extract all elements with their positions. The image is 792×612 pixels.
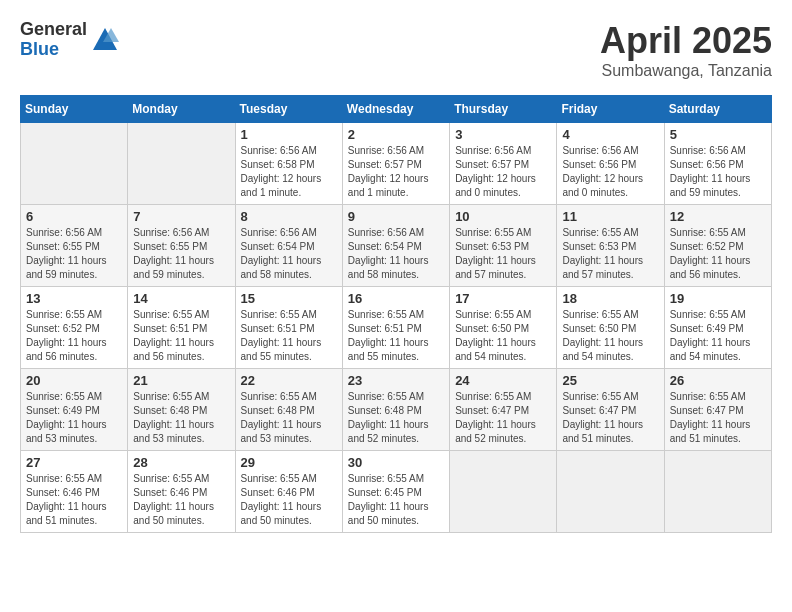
calendar-cell: 8Sunrise: 6:56 AMSunset: 6:54 PMDaylight… [235,205,342,287]
day-detail: Sunrise: 6:55 AMSunset: 6:47 PMDaylight:… [455,390,551,446]
column-header-saturday: Saturday [664,96,771,123]
calendar-cell: 16Sunrise: 6:55 AMSunset: 6:51 PMDayligh… [342,287,449,369]
column-header-wednesday: Wednesday [342,96,449,123]
calendar-cell [128,123,235,205]
day-detail: Sunrise: 6:56 AMSunset: 6:56 PMDaylight:… [562,144,658,200]
day-number: 24 [455,373,551,388]
day-number: 18 [562,291,658,306]
day-detail: Sunrise: 6:55 AMSunset: 6:48 PMDaylight:… [348,390,444,446]
day-detail: Sunrise: 6:55 AMSunset: 6:51 PMDaylight:… [133,308,229,364]
day-number: 7 [133,209,229,224]
calendar-cell: 4Sunrise: 6:56 AMSunset: 6:56 PMDaylight… [557,123,664,205]
day-number: 6 [26,209,122,224]
calendar-table: SundayMondayTuesdayWednesdayThursdayFrid… [20,95,772,533]
day-detail: Sunrise: 6:55 AMSunset: 6:46 PMDaylight:… [133,472,229,528]
logo-general: General [20,20,87,40]
day-number: 3 [455,127,551,142]
day-detail: Sunrise: 6:55 AMSunset: 6:47 PMDaylight:… [562,390,658,446]
day-detail: Sunrise: 6:56 AMSunset: 6:57 PMDaylight:… [455,144,551,200]
day-detail: Sunrise: 6:56 AMSunset: 6:58 PMDaylight:… [241,144,337,200]
day-number: 25 [562,373,658,388]
day-detail: Sunrise: 6:55 AMSunset: 6:53 PMDaylight:… [455,226,551,282]
calendar-cell: 18Sunrise: 6:55 AMSunset: 6:50 PMDayligh… [557,287,664,369]
calendar-cell: 27Sunrise: 6:55 AMSunset: 6:46 PMDayligh… [21,451,128,533]
day-detail: Sunrise: 6:56 AMSunset: 6:56 PMDaylight:… [670,144,766,200]
day-number: 4 [562,127,658,142]
day-detail: Sunrise: 6:56 AMSunset: 6:55 PMDaylight:… [26,226,122,282]
day-number: 8 [241,209,337,224]
day-detail: Sunrise: 6:55 AMSunset: 6:50 PMDaylight:… [562,308,658,364]
calendar-cell: 15Sunrise: 6:55 AMSunset: 6:51 PMDayligh… [235,287,342,369]
day-detail: Sunrise: 6:55 AMSunset: 6:46 PMDaylight:… [26,472,122,528]
day-number: 22 [241,373,337,388]
calendar-cell: 25Sunrise: 6:55 AMSunset: 6:47 PMDayligh… [557,369,664,451]
calendar-cell: 30Sunrise: 6:55 AMSunset: 6:45 PMDayligh… [342,451,449,533]
week-row-2: 6Sunrise: 6:56 AMSunset: 6:55 PMDaylight… [21,205,772,287]
day-number: 23 [348,373,444,388]
page-header: General Blue April 2025 Sumbawanga, Tanz… [20,20,772,80]
day-detail: Sunrise: 6:55 AMSunset: 6:53 PMDaylight:… [562,226,658,282]
calendar-cell: 21Sunrise: 6:55 AMSunset: 6:48 PMDayligh… [128,369,235,451]
calendar-cell: 11Sunrise: 6:55 AMSunset: 6:53 PMDayligh… [557,205,664,287]
day-number: 26 [670,373,766,388]
logo-text: General Blue [20,20,87,60]
day-number: 2 [348,127,444,142]
day-detail: Sunrise: 6:55 AMSunset: 6:48 PMDaylight:… [133,390,229,446]
day-number: 13 [26,291,122,306]
calendar-cell [557,451,664,533]
day-detail: Sunrise: 6:55 AMSunset: 6:52 PMDaylight:… [26,308,122,364]
day-detail: Sunrise: 6:56 AMSunset: 6:54 PMDaylight:… [348,226,444,282]
calendar-cell: 17Sunrise: 6:55 AMSunset: 6:50 PMDayligh… [450,287,557,369]
day-number: 12 [670,209,766,224]
day-number: 10 [455,209,551,224]
calendar-cell: 26Sunrise: 6:55 AMSunset: 6:47 PMDayligh… [664,369,771,451]
column-header-thursday: Thursday [450,96,557,123]
week-row-3: 13Sunrise: 6:55 AMSunset: 6:52 PMDayligh… [21,287,772,369]
logo-icon [91,26,119,54]
calendar-cell: 2Sunrise: 6:56 AMSunset: 6:57 PMDaylight… [342,123,449,205]
calendar-cell: 23Sunrise: 6:55 AMSunset: 6:48 PMDayligh… [342,369,449,451]
day-number: 14 [133,291,229,306]
column-header-friday: Friday [557,96,664,123]
calendar-cell: 7Sunrise: 6:56 AMSunset: 6:55 PMDaylight… [128,205,235,287]
day-number: 1 [241,127,337,142]
calendar-cell: 5Sunrise: 6:56 AMSunset: 6:56 PMDaylight… [664,123,771,205]
calendar-cell: 28Sunrise: 6:55 AMSunset: 6:46 PMDayligh… [128,451,235,533]
calendar-cell: 22Sunrise: 6:55 AMSunset: 6:48 PMDayligh… [235,369,342,451]
column-header-monday: Monday [128,96,235,123]
day-detail: Sunrise: 6:55 AMSunset: 6:45 PMDaylight:… [348,472,444,528]
calendar-cell [450,451,557,533]
day-detail: Sunrise: 6:55 AMSunset: 6:49 PMDaylight:… [670,308,766,364]
calendar-cell: 19Sunrise: 6:55 AMSunset: 6:49 PMDayligh… [664,287,771,369]
day-number: 16 [348,291,444,306]
calendar-cell: 10Sunrise: 6:55 AMSunset: 6:53 PMDayligh… [450,205,557,287]
calendar-cell: 3Sunrise: 6:56 AMSunset: 6:57 PMDaylight… [450,123,557,205]
location: Sumbawanga, Tanzania [600,62,772,80]
calendar-cell: 20Sunrise: 6:55 AMSunset: 6:49 PMDayligh… [21,369,128,451]
day-detail: Sunrise: 6:55 AMSunset: 6:51 PMDaylight:… [348,308,444,364]
logo: General Blue [20,20,119,60]
month-title: April 2025 [600,20,772,62]
day-detail: Sunrise: 6:55 AMSunset: 6:47 PMDaylight:… [670,390,766,446]
day-detail: Sunrise: 6:55 AMSunset: 6:48 PMDaylight:… [241,390,337,446]
column-header-sunday: Sunday [21,96,128,123]
calendar-cell: 1Sunrise: 6:56 AMSunset: 6:58 PMDaylight… [235,123,342,205]
day-number: 15 [241,291,337,306]
day-number: 17 [455,291,551,306]
week-row-1: 1Sunrise: 6:56 AMSunset: 6:58 PMDaylight… [21,123,772,205]
day-number: 19 [670,291,766,306]
calendar-cell [664,451,771,533]
day-detail: Sunrise: 6:55 AMSunset: 6:50 PMDaylight:… [455,308,551,364]
day-detail: Sunrise: 6:55 AMSunset: 6:46 PMDaylight:… [241,472,337,528]
day-number: 27 [26,455,122,470]
day-number: 9 [348,209,444,224]
calendar-cell [21,123,128,205]
day-number: 5 [670,127,766,142]
day-number: 30 [348,455,444,470]
day-detail: Sunrise: 6:55 AMSunset: 6:52 PMDaylight:… [670,226,766,282]
calendar-cell: 24Sunrise: 6:55 AMSunset: 6:47 PMDayligh… [450,369,557,451]
day-number: 29 [241,455,337,470]
day-detail: Sunrise: 6:56 AMSunset: 6:54 PMDaylight:… [241,226,337,282]
calendar-cell: 6Sunrise: 6:56 AMSunset: 6:55 PMDaylight… [21,205,128,287]
day-number: 28 [133,455,229,470]
